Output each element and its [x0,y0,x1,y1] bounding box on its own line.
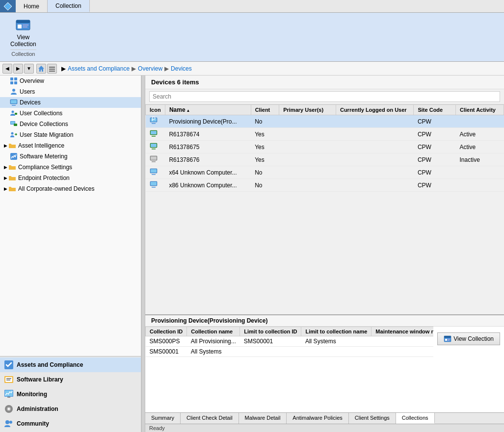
administration-icon [4,404,14,414]
breadcrumb: ▶ Assets and Compliance ▶ Overview ▶ Dev… [61,65,192,72]
svg-rect-7 [49,67,55,68]
dropdown-button[interactable]: ▼ [24,64,34,74]
cell-activity: Inactive [455,153,504,166]
detail-col-header-maintenance[interactable]: Maintenance window name [371,327,433,336]
table-row[interactable]: R61378676 Yes CPW Inactive [146,153,504,166]
tab-collection[interactable]: Collection [48,0,90,12]
detail-col-header-limit-name[interactable]: Limit to collection name [301,327,371,336]
view-collection-button[interactable]: View Collection [437,332,500,345]
cell-name: R61378675 [165,141,251,153]
svg-rect-2 [16,20,30,23]
sidebar-item-user-collections[interactable]: User Collections [0,108,141,119]
breadcrumb-sep1: ▶ [132,65,136,72]
content-area: Devices 6 items Icon Name▲ Client Primar… [145,76,504,432]
sidebar-item-asset-intelligence[interactable]: ▶ Asset Intelligence [0,140,141,151]
col-header-site-code[interactable]: Site Code [414,105,456,115]
svg-rect-46 [152,149,156,150]
search-input[interactable] [149,91,500,102]
cell-site-code: CPW [414,115,456,128]
cell-logged-user [336,153,414,166]
cell-icon [146,153,165,166]
sidebar-label-user-state-migration: User State Migration [20,131,73,138]
sidebar-nav-monitoring[interactable]: Monitoring [0,387,141,402]
detail-table-row[interactable]: SMS000PS All Provisioning... SMS00001 Al… [146,336,434,347]
sidebar-item-all-corporate[interactable]: ▶ All Corporate-owned Devices [0,183,141,194]
breadcrumb-assets[interactable]: Assets and Compliance [68,65,130,72]
col-header-icon[interactable]: Icon [146,105,165,115]
col-header-primary-user[interactable]: Primary User(s) [279,105,336,115]
sidebar-label-users: Users [20,88,35,95]
nav-icon-button[interactable] [47,64,57,74]
community-icon [4,419,14,429]
sidebar-item-user-state-migration[interactable]: User State Migration [0,129,141,140]
sidebar-item-compliance-settings[interactable]: ▶ Compliance Settings [0,162,141,173]
detail-cell-limit-name: All Systems [301,336,371,347]
sidebar-label-software-metering: Software Metering [20,153,67,160]
tab-malware-detail[interactable]: Malware Detail [239,413,287,424]
cell-site-code: CPW [414,166,456,179]
home-nav-button[interactable] [36,64,46,74]
ribbon: Home Collection View Collection Collecti… [0,0,504,62]
sidebar-label-user-collections: User Collections [20,110,62,117]
tab-collections[interactable]: Collections [396,413,435,424]
table-row[interactable]: R61378674 Yes CPW Active [146,128,504,141]
sidebar-label-compliance-settings: Compliance Settings [18,164,72,171]
sidebar-item-device-collections[interactable]: Device Collections [0,119,141,129]
col-header-name[interactable]: Name▲ [165,105,251,115]
svg-rect-22 [14,124,17,126]
cell-logged-user [336,166,414,179]
tab-client-settings[interactable]: Client Settings [349,413,396,424]
cell-activity: Active [455,128,504,141]
detail-cell-limit-id [240,347,301,357]
tab-home[interactable]: Home [16,0,48,12]
ribbon-section-label: Collection [10,50,36,57]
breadcrumb-overview[interactable]: Overview [138,65,162,72]
cell-logged-user [336,115,414,128]
col-header-client[interactable]: Client [251,105,279,115]
view-collection-ribbon-button[interactable]: View Collection Collection [4,15,43,59]
detail-col-header-collection-name[interactable]: Collection name [187,327,240,336]
sidebar-resize-handle[interactable] [141,76,145,432]
sidebar-nav-community[interactable]: Community [0,416,141,431]
sidebar-label-endpoint-protection: Endpoint Protection [18,175,70,181]
tab-client-check[interactable]: Client Check Detail [181,413,239,424]
sidebar-nav-label-community: Community [17,420,49,427]
cell-site-code: CPW [414,141,456,153]
detail-col-header-collection-id[interactable]: Collection ID [146,327,187,336]
sidebar-label-overview: Overview [20,77,44,84]
sidebar-label-all-corporate: All Corporate-owned Devices [18,185,94,192]
col-header-client-activity[interactable]: Client Activity [455,105,504,115]
col-header-logged-user[interactable]: Currently Logged on User [336,105,414,115]
svg-rect-17 [11,100,17,103]
svg-rect-29 [6,380,10,381]
table-row[interactable]: x86 Unknown Computer... No CPW [146,179,504,192]
tab-summary[interactable]: Summary [145,413,181,424]
content-header: Devices 6 items [145,76,504,89]
cell-name: R61378674 [165,128,251,141]
sidebar-item-users[interactable]: Users [0,86,141,97]
cell-logged-user [336,141,414,153]
svg-rect-50 [151,156,157,160]
detail-col-header-limit-id[interactable]: Limit to collection ID [240,327,301,336]
breadcrumb-devices[interactable]: Devices [171,65,192,72]
sidebar-item-endpoint-protection[interactable]: ▶ Endpoint Protection [0,173,141,183]
sidebar-item-software-metering[interactable]: Software Metering [0,151,141,162]
sidebar-nav-assets-compliance[interactable]: Assets and Compliance [0,357,141,372]
back-button[interactable]: ◀ [2,64,12,74]
table-row[interactable]: R61378675 Yes CPW Active [146,141,504,153]
sidebar-item-devices[interactable]: Devices [0,97,141,108]
folder-icon-endpoint [8,174,16,182]
table-row[interactable]: P Provisioning Device(Pro... No CPW [146,115,504,128]
user-state-migration-icon [10,131,18,139]
svg-rect-60 [448,339,450,340]
table-row[interactable]: x64 Unknown Computer... No CPW [146,166,504,179]
sidebar-nav-administration[interactable]: Administration [0,402,141,416]
tab-antimalware[interactable]: Antimalware Policies [287,413,348,424]
sidebar-item-overview[interactable]: Overview [0,76,141,86]
table-header-row: Icon Name▲ Client Primary User(s) Curren… [146,105,504,115]
svg-rect-11 [14,77,17,80]
sidebar-nav-software-library[interactable]: Software Library [0,372,141,387]
forward-button[interactable]: ▶ [13,64,23,74]
detail-table-row[interactable]: SMS00001 All Systems [146,347,434,357]
expand-arrow-compliance: ▶ [4,165,7,170]
